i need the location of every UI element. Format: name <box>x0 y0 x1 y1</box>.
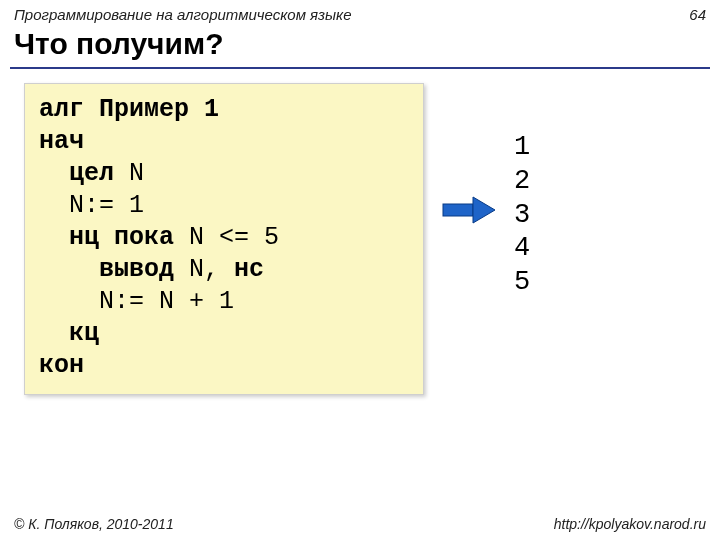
arrow-column <box>424 83 514 227</box>
code-line: кон <box>39 350 409 382</box>
code-line: цел N <box>39 158 409 190</box>
output-line: 1 <box>514 131 530 165</box>
keyword-int: цел <box>39 159 114 188</box>
title-underline <box>10 67 710 69</box>
page-number: 64 <box>689 6 706 23</box>
content-area: алг Пример 1 нач цел N N:= 1 нц пока N <… <box>0 83 720 395</box>
code-line: нц пока N <= 5 <box>39 222 409 254</box>
right-arrow-icon <box>439 193 499 227</box>
output-line: 2 <box>514 165 530 199</box>
code-line: нач <box>39 126 409 158</box>
program-name: Пример 1 <box>99 95 219 124</box>
output-line: 5 <box>514 266 530 300</box>
code-line: кц <box>39 318 409 350</box>
output-line: 3 <box>514 199 530 233</box>
slide-header: Программирование на алгоритмическом язык… <box>0 0 720 25</box>
code-text: N, <box>174 255 234 284</box>
keyword-output: вывод <box>39 255 174 284</box>
slide-title: Что получим? <box>0 25 720 67</box>
code-line: алг Пример 1 <box>39 94 409 126</box>
keyword-begin: нач <box>39 127 84 156</box>
svg-marker-1 <box>473 197 495 223</box>
code-line: N:= N + 1 <box>39 286 409 318</box>
code-text: N <= 5 <box>174 223 279 252</box>
code-line: вывод N, нс <box>39 254 409 286</box>
footer-url: http://kpolyakov.narod.ru <box>554 516 706 532</box>
keyword-end: кон <box>39 351 84 380</box>
svg-rect-0 <box>443 204 473 216</box>
code-text: N:= N + 1 <box>39 287 234 316</box>
keyword-alg: алг <box>39 95 99 124</box>
output-line: 4 <box>514 232 530 266</box>
copyright-text: © К. Поляков, 2010-2011 <box>14 516 174 532</box>
slide-footer: © К. Поляков, 2010-2011 http://kpolyakov… <box>0 516 720 532</box>
keyword-newline: нс <box>234 255 264 284</box>
keyword-loop-while: нц пока <box>39 223 174 252</box>
code-text: N <box>114 159 144 188</box>
topic-label: Программирование на алгоритмическом язык… <box>14 6 352 23</box>
code-line: N:= 1 <box>39 190 409 222</box>
code-block: алг Пример 1 нач цел N N:= 1 нц пока N <… <box>24 83 424 395</box>
keyword-endloop: кц <box>39 319 99 348</box>
code-text: N:= 1 <box>39 191 144 220</box>
output-block: 1 2 3 4 5 <box>514 83 530 300</box>
